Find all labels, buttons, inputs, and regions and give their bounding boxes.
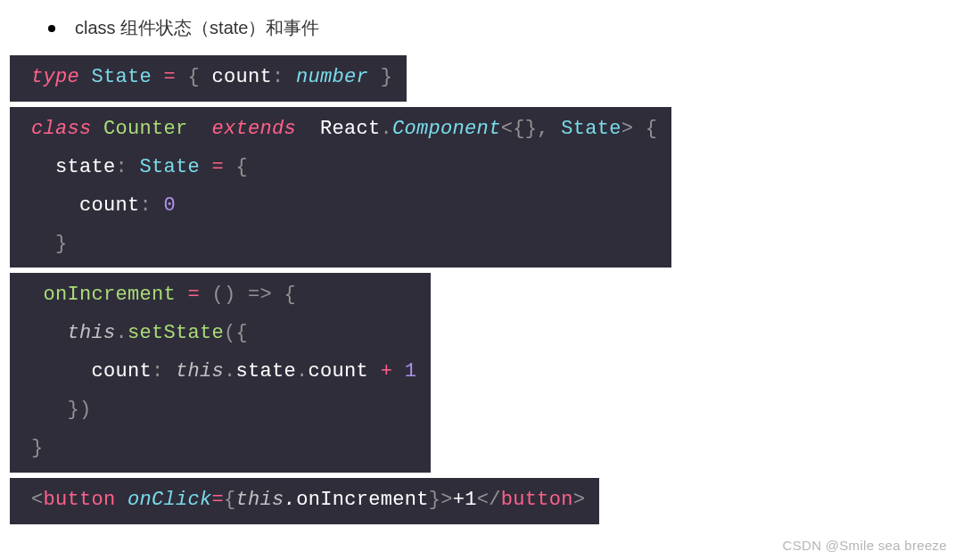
type-number: number	[296, 66, 368, 88]
indent	[31, 322, 68, 344]
jsx-gt: >	[440, 489, 453, 511]
jsx-rbrace: }	[429, 489, 441, 511]
lbrace: {	[236, 322, 249, 344]
space	[116, 489, 128, 511]
method-setstate: setState	[128, 322, 224, 344]
indent	[31, 156, 55, 178]
comma: ,	[537, 118, 561, 140]
generic-open: <	[501, 118, 514, 140]
type-component: Component	[392, 118, 501, 140]
keyword-type: type	[31, 66, 79, 88]
lparen: (	[224, 322, 236, 344]
rbrace: }	[55, 233, 68, 255]
code-block-type-alias: type State = { count: number }	[10, 55, 407, 102]
lbrace: {	[284, 284, 297, 306]
rbrace: }	[68, 399, 80, 421]
section-heading: class 组件状态（state）和事件	[0, 0, 963, 53]
method-onincrement: onIncrement	[44, 284, 177, 306]
heading-text: class 组件状态（state）和事件	[75, 16, 319, 40]
rparen: )	[79, 399, 92, 421]
prop-state: state	[55, 156, 116, 178]
indent	[31, 284, 44, 306]
generic-close: >	[621, 118, 634, 140]
class-name-counter: Counter	[92, 118, 201, 140]
parens: ()	[212, 284, 236, 306]
operator-eq: =	[176, 284, 212, 306]
colon: :	[152, 360, 176, 383]
prop-count: count	[92, 360, 152, 383]
jsx-close-gt: >	[573, 489, 586, 511]
method-ref: onIncrement	[296, 489, 429, 511]
prop-count: count	[200, 66, 272, 88]
attr-onclick: onClick	[128, 489, 212, 511]
rbrace-outer: }	[31, 437, 44, 459]
operator-eq: =	[200, 156, 236, 178]
number-zero: 0	[164, 194, 177, 217]
operator-plus: +	[368, 360, 405, 383]
operator-eq: =	[152, 66, 188, 88]
code-block-class-decl: class Counter extends React.Component<{}…	[10, 107, 671, 268]
punct-dot: .	[381, 118, 393, 140]
keyword-class: class	[31, 118, 92, 140]
type-name-state: State	[92, 66, 152, 88]
keyword-this: this	[236, 489, 284, 511]
open-brace: {	[633, 118, 657, 140]
tag-button: button	[44, 489, 116, 511]
prop-count: count	[309, 360, 369, 383]
prop-count: count	[79, 194, 140, 217]
colon: :	[116, 156, 140, 178]
keyword-this: this	[176, 360, 224, 383]
punct-lbrace: {	[188, 66, 201, 88]
jsx-lbrace: {	[224, 489, 236, 511]
eq: =	[212, 489, 225, 511]
jsx-close-lt: </	[477, 489, 501, 511]
type-state: State	[561, 118, 621, 140]
arrow: =>	[236, 284, 284, 306]
indent	[31, 233, 55, 255]
indent	[31, 399, 68, 421]
bullet-icon	[48, 25, 55, 32]
empty-obj: {}	[513, 118, 537, 140]
indent	[31, 360, 92, 383]
dot: .	[116, 322, 128, 344]
dot: .	[284, 489, 297, 511]
code-block-method: onIncrement = () => { this.setState({ co…	[10, 273, 431, 472]
dot: .	[296, 360, 309, 383]
colon: :	[140, 194, 164, 217]
keyword-this: this	[68, 322, 116, 344]
jsx-lt: <	[31, 489, 44, 511]
keyword-extends: extends	[200, 118, 309, 140]
punct-rbrace: }	[368, 66, 392, 88]
code-block-jsx: <button onClick={this.onIncrement}>+1</b…	[10, 478, 599, 524]
identifier-react: React	[309, 118, 381, 140]
prop-state: state	[236, 360, 297, 383]
lbrace: {	[236, 156, 249, 178]
number-one: 1	[405, 360, 417, 383]
dot: .	[224, 360, 236, 383]
punct-colon: :	[272, 66, 296, 88]
jsx-text: +1	[453, 489, 477, 511]
tag-button-close: button	[501, 489, 573, 511]
indent	[31, 194, 79, 217]
type-state-2: State	[140, 156, 201, 178]
